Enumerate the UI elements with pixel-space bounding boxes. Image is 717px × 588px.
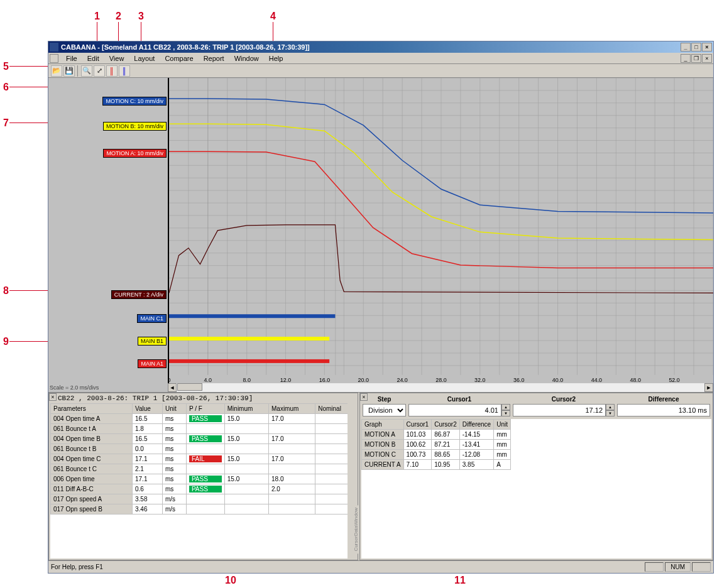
cursor-header[interactable]: Difference <box>459 420 493 430</box>
status-bar: For Help, press F1 NUM <box>48 560 713 573</box>
param-header[interactable]: Unit <box>162 404 186 414</box>
trace-label-current[interactable]: CURRENT : 2 A/div <box>111 290 167 299</box>
scroll-thumb[interactable] <box>177 383 202 391</box>
table-row[interactable]: 006 Open time17.1msPASS15.018.0 <box>51 474 356 484</box>
lower-panels: × CB22 , 2003-8-26: TRIP 1 [2003-08-26, … <box>48 392 713 560</box>
main-window: CABAANA - [Someland A11 CB22 , 2003-8-26… <box>48 41 714 574</box>
graph-hscroll[interactable]: ◄ ► <box>168 383 713 392</box>
menu-layout[interactable]: Layout <box>129 53 160 63</box>
cursor2-input[interactable] <box>513 404 606 416</box>
difference-output <box>617 404 710 416</box>
param-header[interactable]: Minimum <box>224 404 268 414</box>
graph-plot[interactable]: 04.08.012.016.020.024.028.032.036.040.04… <box>168 78 713 392</box>
svg-text:16.0: 16.0 <box>319 377 330 383</box>
difference-label: Difference <box>617 396 710 403</box>
maximize-button[interactable]: □ <box>691 43 701 52</box>
menu-compare[interactable]: Compare <box>160 53 198 63</box>
svg-rect-56 <box>169 337 329 340</box>
table-row[interactable]: CURRENT A7.1010.953.85A <box>362 460 511 470</box>
parameter-panel: × CB22 , 2003-8-26: TRIP 1 [2003-08-26, … <box>48 393 358 560</box>
cursor-panel: × Step Division Cursor1 ▲▼ Cursor2 ▲▼ <box>359 393 713 560</box>
svg-text:32.0: 32.0 <box>474 377 485 383</box>
svg-text:52.0: 52.0 <box>669 377 679 383</box>
param-header[interactable]: P / F <box>186 404 224 414</box>
callout-7: 7 <box>3 117 9 129</box>
param-header[interactable]: Maximum <box>269 404 315 414</box>
graph-area: MOTION C: 10 mm/div MOTION B: 10 mm/div … <box>48 78 713 392</box>
param-header[interactable]: Parameters <box>51 404 133 414</box>
scroll-left-button[interactable]: ◄ <box>168 383 177 392</box>
save-button[interactable]: 💾 <box>63 65 75 77</box>
open-button[interactable]: 📂 <box>51 65 62 77</box>
zoom-button[interactable]: 🔍 <box>81 65 92 77</box>
menu-bar: File Edit View Layout Compare Report Win… <box>48 53 713 64</box>
minimize-button[interactable]: _ <box>681 43 691 52</box>
svg-text:8.0: 8.0 <box>243 377 250 383</box>
zoom-fit-button[interactable]: ⤢ <box>94 65 105 77</box>
table-row[interactable]: 061 Bounce t C2.1ms <box>51 464 356 474</box>
trace-label-motion-c[interactable]: MOTION C: 10 mm/div <box>102 97 167 106</box>
cursor-table: GraphCursor1Cursor2DifferenceUnit MOTION… <box>361 419 511 470</box>
cursor2-button[interactable]: ║ <box>119 65 130 77</box>
table-row[interactable]: MOTION B100.6287.21-13.41mm <box>362 440 511 450</box>
mdi-restore-button[interactable]: ❐ <box>691 54 701 63</box>
status-empty2 <box>692 562 711 572</box>
cursor-header[interactable]: Graph <box>362 420 404 430</box>
cursor-header[interactable]: Unit <box>494 420 511 430</box>
table-row[interactable]: 011 Diff A-B-C0.6msPASS2.0 <box>51 484 356 494</box>
callout-9: 9 <box>3 336 9 347</box>
status-empty1 <box>645 562 664 572</box>
table-row[interactable]: 061 Bounce t A1.8ms <box>51 424 356 434</box>
callout-5: 5 <box>3 61 9 72</box>
mdi-minimize-button[interactable]: _ <box>681 54 691 63</box>
svg-text:40.0: 40.0 <box>552 377 563 383</box>
menu-window[interactable]: Window <box>229 53 264 63</box>
trace-label-motion-a[interactable]: MOTION A: 10 mm/div <box>103 149 167 158</box>
scroll-right-button[interactable]: ► <box>704 383 713 392</box>
cursor-side-tab[interactable]: CursorDataWindow <box>353 505 359 553</box>
mdi-close-button[interactable]: × <box>702 54 712 63</box>
step-label: Step <box>363 396 406 403</box>
callout-8: 8 <box>3 285 9 297</box>
menu-view[interactable]: View <box>104 53 129 63</box>
trace-label-motion-b[interactable]: MOTION B: 10 mm/div <box>103 122 167 131</box>
menu-help[interactable]: Help <box>264 53 288 63</box>
param-close-button[interactable]: × <box>49 393 57 401</box>
table-row[interactable]: MOTION C100.7388.65-12.08mm <box>362 450 511 460</box>
cursor2-label: Cursor2 <box>513 396 615 403</box>
status-help: For Help, press F1 <box>51 564 103 570</box>
cursor-header[interactable]: Cursor2 <box>432 420 460 430</box>
step-select[interactable]: Division <box>363 404 406 416</box>
param-header[interactable]: Value <box>133 404 163 414</box>
svg-text:4.0: 4.0 <box>204 377 212 383</box>
callout-6: 6 <box>3 82 9 93</box>
table-row[interactable]: MOTION A101.0386.87-14.15mm <box>362 430 511 440</box>
cursor1-label: Cursor1 <box>408 396 510 403</box>
table-row[interactable]: 017 Opn speed A3.58m/s <box>51 494 356 504</box>
table-row[interactable]: 004 Open time B16.5msPASS15.017.0 <box>51 434 356 444</box>
title-bar: CABAANA - [Someland A11 CB22 , 2003-8-26… <box>48 41 713 53</box>
cursor1-input[interactable] <box>408 404 501 416</box>
menu-report[interactable]: Report <box>199 53 229 63</box>
close-button[interactable]: × <box>702 43 712 52</box>
menu-file[interactable]: File <box>61 53 82 63</box>
svg-text:0: 0 <box>169 377 171 383</box>
svg-text:24.0: 24.0 <box>397 377 407 383</box>
table-row[interactable]: 017 Opn speed B3.46m/s <box>51 504 356 514</box>
app-icon <box>50 43 58 52</box>
trace-label-main-b[interactable]: MAIN B1 <box>138 337 167 346</box>
trace-label-main-c[interactable]: MAIN C1 <box>137 314 167 323</box>
svg-rect-55 <box>169 314 335 318</box>
param-title: CB22 , 2003-8-26: TRIP 1 [2003-08-26, 17… <box>49 393 358 403</box>
cursor1-button[interactable]: ║ <box>106 65 118 77</box>
table-row[interactable]: 004 Open time C17.1msFAIL15.017.0 <box>51 454 356 464</box>
svg-text:12.0: 12.0 <box>280 377 291 383</box>
table-row[interactable]: 061 Bounce t B0.0ms <box>51 444 356 454</box>
table-row[interactable]: 004 Open time A16.5msPASS15.017.0 <box>51 414 356 424</box>
svg-rect-57 <box>169 359 329 363</box>
menu-edit[interactable]: Edit <box>82 53 104 63</box>
cursor-close-button[interactable]: × <box>360 393 368 401</box>
cursor-header[interactable]: Cursor1 <box>403 420 432 430</box>
trace-label-main-a[interactable]: MAIN A1 <box>138 359 167 368</box>
callout-2: 2 <box>116 11 121 22</box>
